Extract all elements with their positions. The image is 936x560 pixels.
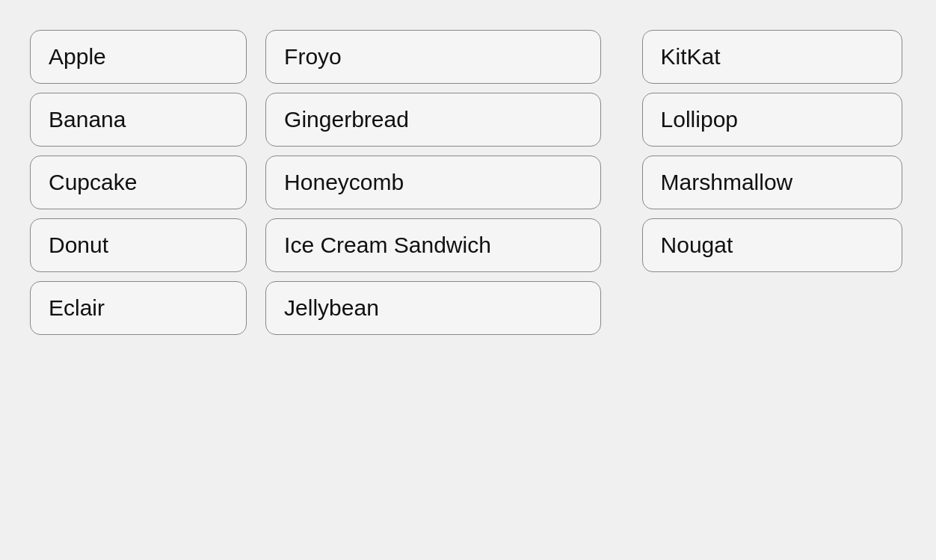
chip-gingerbread[interactable]: Gingerbread	[265, 93, 600, 147]
main-grid: AppleBananaCupcakeDonutEclairFroyoGinger…	[0, 0, 936, 365]
column-col3: KitKatLollipopMarshmallowNougat	[612, 22, 914, 342]
chip-ice-cream-sandwich[interactable]: Ice Cream Sandwich	[265, 218, 600, 272]
chip-banana[interactable]: Banana	[30, 93, 247, 147]
chip-froyo[interactable]: Froyo	[265, 30, 600, 84]
chip-apple[interactable]: Apple	[30, 30, 247, 84]
chip-eclair[interactable]: Eclair	[30, 281, 247, 335]
chip-donut[interactable]: Donut	[30, 218, 247, 272]
chip-lollipop[interactable]: Lollipop	[642, 93, 902, 147]
chip-kitkat[interactable]: KitKat	[642, 30, 902, 84]
column-col2: FroyoGingerbreadHoneycombIce Cream Sandw…	[258, 22, 612, 342]
chip-cupcake[interactable]: Cupcake	[30, 156, 247, 209]
chip-jellybean[interactable]: Jellybean	[265, 281, 600, 335]
column-col1: AppleBananaCupcakeDonutEclair	[22, 22, 258, 342]
chip-nougat[interactable]: Nougat	[642, 218, 902, 272]
chip-marshmallow[interactable]: Marshmallow	[642, 156, 902, 209]
chip-honeycomb[interactable]: Honeycomb	[265, 156, 600, 209]
